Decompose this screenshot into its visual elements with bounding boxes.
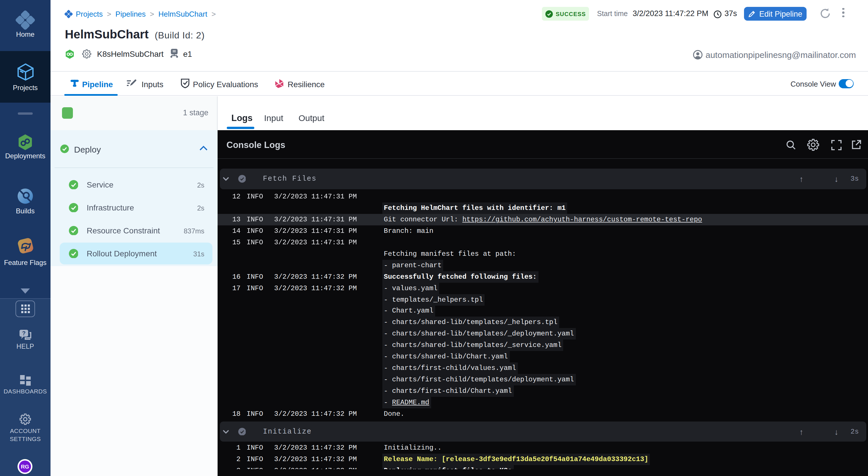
svg-text:?: ? [22,330,26,336]
